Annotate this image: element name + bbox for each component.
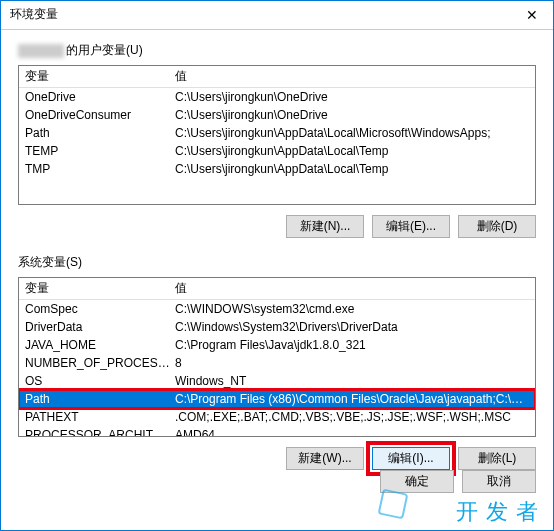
var-value: Windows_NT [175,374,529,388]
username-blurred [18,44,64,58]
var-value: C:\Program Files\Java\jdk1.8.0_321 [175,338,529,352]
var-value: 8 [175,356,529,370]
var-name: OneDriveConsumer [25,108,175,122]
var-name: PATHEXT [25,410,175,424]
var-name: Path [25,126,175,140]
var-name: Path [25,392,175,406]
user-edit-button[interactable]: 编辑(E)... [372,215,450,238]
var-value: C:\Program Files (x86)\Common Files\Orac… [175,392,529,406]
var-value: C:\Windows\System32\Drivers\DriverData [175,320,529,334]
var-name: JAVA_HOME [25,338,175,352]
col-header-name[interactable]: 变量 [25,68,175,85]
titlebar: 环境变量 ✕ [0,0,554,30]
col-header-value[interactable]: 值 [175,68,529,85]
sys-vars-list[interactable]: 变量 值 ComSpecC:\WINDOWS\system32\cmd.exeD… [18,277,536,437]
var-value: C:\Users\jirongkun\OneDrive [175,90,529,104]
user-vars-list[interactable]: 变量 值 OneDriveC:\Users\jirongkun\OneDrive… [18,65,536,205]
window-title: 环境变量 [10,6,58,23]
var-value: C:\Users\jirongkun\AppData\Local\Temp [175,162,529,176]
var-value: C:\Users\jirongkun\OneDrive [175,108,529,122]
ok-button[interactable]: 确定 [380,470,454,493]
var-name: ComSpec [25,302,175,316]
table-row[interactable]: TEMPC:\Users\jirongkun\AppData\Local\Tem… [19,142,535,160]
var-value: C:\Users\jirongkun\AppData\Local\Microso… [175,126,529,140]
col-header-name[interactable]: 变量 [25,280,175,297]
var-value: C:\WINDOWS\system32\cmd.exe [175,302,529,316]
table-row[interactable]: OneDriveConsumerC:\Users\jirongkun\OneDr… [19,106,535,124]
var-name: OneDrive [25,90,175,104]
table-row[interactable]: OneDriveC:\Users\jirongkun\OneDrive [19,88,535,106]
user-vars-buttons: 新建(N)... 编辑(E)... 删除(D) [18,215,536,238]
var-value: AMD64 [175,428,529,437]
user-vars-header: 变量 值 [19,66,535,88]
user-delete-button[interactable]: 删除(D) [458,215,536,238]
close-icon: ✕ [526,7,538,23]
table-row[interactable]: PathC:\Users\jirongkun\AppData\Local\Mic… [19,124,535,142]
table-row[interactable]: JAVA_HOMEC:\Program Files\Java\jdk1.8.0_… [19,336,535,354]
user-new-button[interactable]: 新建(N)... [286,215,364,238]
table-row[interactable]: TMPC:\Users\jirongkun\AppData\Local\Temp [19,160,535,178]
table-row[interactable]: PATHEXT.COM;.EXE;.BAT;.CMD;.VBS;.VBE;.JS… [19,408,535,426]
table-row[interactable]: ComSpecC:\WINDOWS\system32\cmd.exe [19,300,535,318]
sys-vars-label: 系统变量(S) [18,254,536,271]
var-name: OS [25,374,175,388]
var-name: TEMP [25,144,175,158]
watermark: 开发者 [456,497,546,527]
table-row[interactable]: NUMBER_OF_PROCESSORS8 [19,354,535,372]
var-name: PROCESSOR_ARCHITECTURE [25,428,175,437]
sys-vars-header: 变量 值 [19,278,535,300]
var-value: .COM;.EXE;.BAT;.CMD;.VBS;.VBE;.JS;.JSE;.… [175,410,529,424]
var-value: C:\Users\jirongkun\AppData\Local\Temp [175,144,529,158]
var-name: DriverData [25,320,175,334]
cancel-button[interactable]: 取消 [462,470,536,493]
user-vars-label: 的用户变量(U) [18,42,536,59]
table-row[interactable]: DriverDataC:\Windows\System32\Drivers\Dr… [19,318,535,336]
table-row[interactable]: PROCESSOR_ARCHITECTUREAMD64 [19,426,535,437]
table-row[interactable]: OSWindows_NT [19,372,535,390]
dialog-buttons: 确定 取消 [362,462,554,501]
table-row[interactable]: PathC:\Program Files (x86)\Common Files\… [19,390,535,408]
var-name: TMP [25,162,175,176]
sys-new-button[interactable]: 新建(W)... [286,447,364,470]
var-name: NUMBER_OF_PROCESSORS [25,356,175,370]
col-header-value[interactable]: 值 [175,280,529,297]
close-button[interactable]: ✕ [509,0,554,30]
